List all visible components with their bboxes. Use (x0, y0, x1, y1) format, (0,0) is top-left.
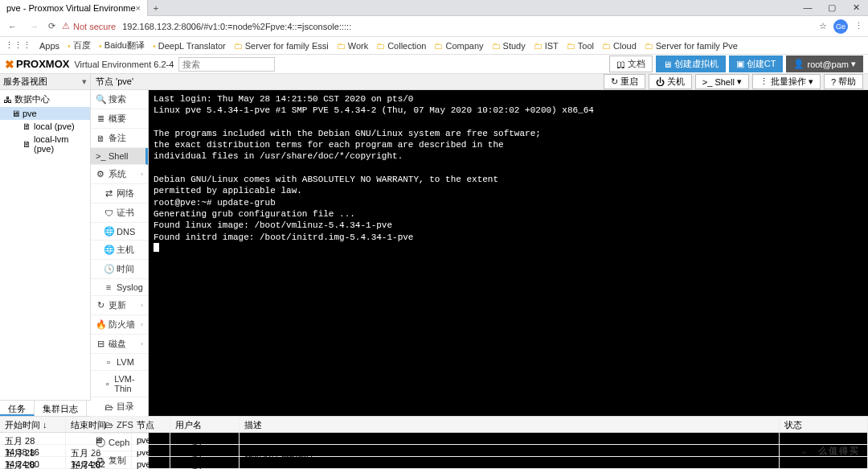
help-button[interactable]: ?帮助 (824, 74, 863, 89)
menu-item-lvm[interactable]: ▫LVM (91, 354, 148, 371)
tree-node[interactable]: 🗎local-lvm (pve) (0, 133, 90, 155)
bookmark-item[interactable]: •DeepL Translator (153, 41, 226, 51)
menu-icon: 🔍 (96, 94, 105, 105)
shutdown-button[interactable]: ⏻关机 (649, 74, 692, 89)
tree-node[interactable]: 🖧数据中心 (0, 92, 90, 107)
close-icon[interactable]: × (136, 3, 141, 13)
back-icon[interactable]: ← (5, 22, 20, 31)
shell-dropdown[interactable]: >_Shell ▾ (695, 74, 749, 89)
minimize-icon[interactable]: — (796, 2, 820, 13)
menu-label: 目录 (117, 401, 134, 413)
menu-item-时间[interactable]: 🕓时间 (91, 260, 148, 279)
menu-item-证书[interactable]: 🛡证书 (91, 204, 148, 223)
col-desc[interactable]: 描述 (240, 417, 780, 432)
bookmark-item[interactable]: 🗀Tool (567, 41, 594, 51)
apps-icon[interactable]: ⋮⋮⋮ (5, 40, 31, 51)
bookmark-item[interactable]: 🗀Company (434, 41, 483, 51)
col-user[interactable]: 用户名 (170, 417, 240, 432)
menu-icon[interactable]: ⋮ (854, 21, 863, 31)
security-badge[interactable]: ⚠ Not secure (62, 21, 116, 31)
menu-item-shell[interactable]: >_Shell (91, 148, 148, 165)
baidu-icon: • (68, 41, 71, 51)
logo[interactable]: ✖ PROXMOX (5, 58, 69, 71)
bookmark-item[interactable]: 🗀IST (534, 41, 559, 51)
bookmark-item[interactable]: 🗀Collection (376, 41, 426, 51)
tab-cluster-log[interactable]: 集群日志 (35, 401, 87, 416)
close-window-icon[interactable]: ✕ (844, 2, 868, 13)
bulk-dropdown[interactable]: ⋮批量操作 ▾ (752, 74, 821, 89)
tree-node[interactable]: 🖥pve (0, 107, 90, 120)
profile-avatar[interactable]: Ge (833, 19, 848, 34)
cell-user: root@pam (170, 445, 240, 456)
address-bar: ← → ⟳ ⚠ Not secure 192.168.123.2:8006/#v… (0, 16, 868, 37)
book-icon: 🕮 (616, 60, 625, 69)
bookmark-item[interactable]: •百度 (68, 39, 91, 51)
col-status[interactable]: 状态 (780, 417, 868, 432)
search-input[interactable] (178, 57, 275, 72)
forward-icon[interactable]: → (27, 22, 42, 31)
menu-item-磁盘[interactable]: ⊟磁盘› (91, 335, 148, 354)
chevron-down-icon: ▾ (737, 76, 742, 87)
bookmarks-bar: ⋮⋮⋮ Apps•百度•Baidu翻译•DeepL Translator🗀Ser… (0, 37, 868, 55)
tree-node[interactable]: 🗎local (pve) (0, 120, 90, 133)
create-ct-button[interactable]: ▣创建CT (729, 56, 784, 72)
menu-item-目录[interactable]: 🗁目录 (91, 397, 148, 417)
menu-label: 磁盘 (108, 338, 126, 350)
menu-item-搜索[interactable]: 🔍搜索 (91, 90, 148, 109)
node-icon: 🗎 (23, 121, 31, 131)
menu-item-syslog[interactable]: ≡Syslog (91, 279, 148, 296)
col-start[interactable]: 开始时间 ↓ (0, 417, 66, 432)
menu-item-概要[interactable]: ≣概要 (91, 109, 148, 129)
menu-icon: ≣ (96, 113, 105, 124)
menu-item-备注[interactable]: 🗎备注 (91, 129, 148, 148)
url-text[interactable]: 192.168.123.2:8006/#v1:0:=node%2Fpve:4::… (122, 22, 351, 31)
cell-status: OK (780, 445, 868, 456)
monitor-icon: 🖥 (663, 60, 672, 69)
user-icon: 👤 (793, 59, 805, 69)
bookmark-item[interactable]: 🗀Study (492, 41, 526, 51)
tree-header[interactable]: 服务器视图 ▾ (0, 74, 90, 90)
window-controls: — ▢ ✕ (796, 2, 868, 13)
folder-icon: 🗀 (376, 41, 385, 51)
node-label: local (pve) (34, 121, 75, 131)
reload-icon[interactable]: ⟳ (48, 21, 55, 31)
menu-item-ceph[interactable]: ◯Ceph› (91, 434, 148, 451)
user-menu[interactable]: 👤root@pam ▾ (786, 56, 863, 72)
docs-button[interactable]: 🕮文档 (609, 56, 653, 72)
tree-body: 🖧数据中心🖥pve🗎local (pve)🗎local-lvm (pve) (0, 90, 90, 400)
menu-item-网络[interactable]: ⇄网络 (91, 184, 148, 204)
tab-tasks[interactable]: 任务 (0, 401, 35, 416)
cell-start: 五月 28 14:24:00 (0, 445, 66, 456)
bookmark-item[interactable]: •Baidu翻译 (99, 39, 145, 51)
menu-item-zfs[interactable]: 🗁ZFS (91, 417, 148, 434)
restart-button[interactable]: ↻重启 (604, 74, 645, 89)
menu-label: LVM (117, 357, 134, 367)
new-tab-button[interactable]: + (148, 3, 164, 13)
bookmark-label: Server for family Pve (656, 41, 738, 51)
bookmark-item[interactable]: 🗀Work (337, 41, 368, 51)
menu-item-dns[interactable]: 🌐DNS (91, 223, 148, 241)
bookmark-item[interactable]: 🗀Server for family Essi (234, 41, 329, 51)
menu-item-lvm-thin[interactable]: ▫LVM-Thin (91, 371, 148, 397)
browser-tab[interactable]: pve - Proxmox Virtual Environme × (0, 0, 148, 16)
folder-icon: 🗀 (492, 41, 501, 51)
menu-label: 证书 (117, 207, 134, 219)
chevron-right-icon: › (141, 438, 143, 446)
cursor (154, 243, 159, 252)
menu-item-防火墙[interactable]: 🔥防火墙› (91, 315, 148, 335)
bookmark-item[interactable]: Apps (39, 41, 59, 51)
menu-label: 防火墙 (108, 319, 135, 331)
menu-item-系统[interactable]: ⚙系统› (91, 165, 148, 184)
cell-status: OK (780, 457, 868, 468)
star-icon[interactable]: ☆ (819, 21, 827, 31)
menu-item-更新[interactable]: ↻更新› (91, 296, 148, 315)
chevron-down-icon: ▾ (82, 76, 87, 87)
menu-item-复制[interactable]: ⧉复制 (91, 451, 148, 469)
menu-item-主机[interactable]: 🌐主机 (91, 241, 148, 260)
bookmark-item[interactable]: 🗀Cloud (602, 41, 637, 51)
create-vm-button[interactable]: 🖥创建虚拟机 (656, 56, 726, 72)
menu-label: LVM-Thin (114, 374, 143, 393)
cell-status: ⟳ (780, 433, 868, 444)
bookmark-item[interactable]: 🗀Server for family Pve (645, 41, 738, 51)
maximize-icon[interactable]: ▢ (820, 2, 844, 13)
